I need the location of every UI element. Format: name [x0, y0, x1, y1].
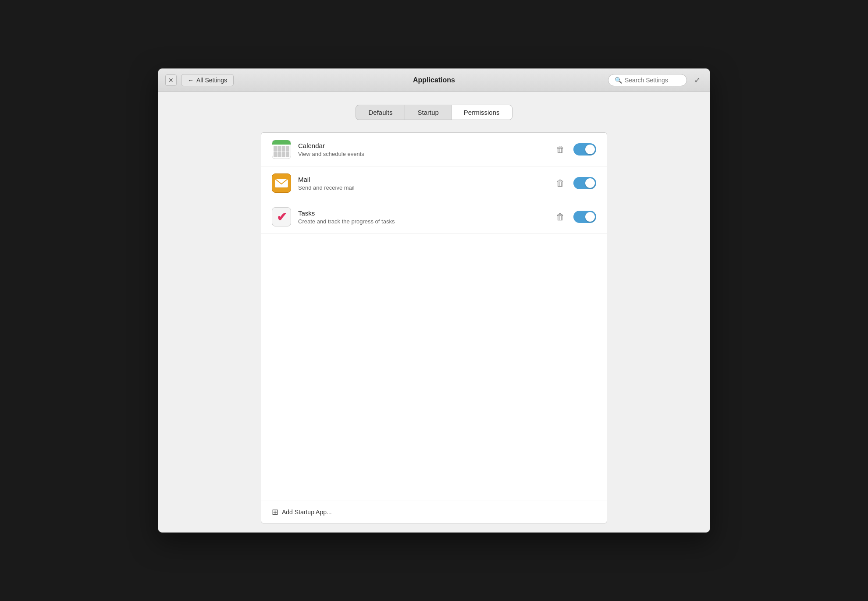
calendar-app-desc: View and schedule events — [298, 151, 549, 157]
tasks-app-name: Tasks — [298, 209, 549, 217]
close-button[interactable]: ✕ — [165, 74, 177, 86]
content-area: Defaults Startup Permissions — [158, 92, 710, 532]
search-input[interactable] — [625, 77, 680, 84]
search-box: 🔍 — [608, 74, 687, 86]
trash-icon: 🗑 — [556, 145, 565, 155]
back-arrow-icon: ← — [188, 77, 194, 84]
add-app-icon: ⊞ — [272, 507, 278, 517]
titlebar: ✕ ← All Settings Applications 🔍 ⤢ — [158, 69, 710, 92]
mail-icon-svg — [275, 179, 288, 187]
list-item: ✔ Tasks Create and track the progress of… — [261, 200, 607, 234]
calendar-app-actions: 🗑 — [556, 143, 596, 156]
mail-app-info: Mail Send and receive mail — [298, 176, 549, 191]
calendar-icon-body — [272, 145, 291, 159]
trash-icon: 🗑 — [556, 178, 565, 188]
cal-cell — [277, 152, 281, 158]
search-icon: 🔍 — [615, 77, 622, 84]
main-window: ✕ ← All Settings Applications 🔍 ⤢ Defaul… — [158, 68, 710, 533]
tasks-delete-button[interactable]: 🗑 — [556, 212, 565, 222]
mail-delete-button[interactable]: 🗑 — [556, 178, 565, 188]
tab-startup[interactable]: Startup — [405, 105, 451, 120]
back-button[interactable]: ← All Settings — [181, 74, 234, 86]
mail-app-desc: Send and receive mail — [298, 184, 549, 191]
calendar-app-icon — [272, 140, 291, 159]
cal-cell — [277, 146, 281, 152]
tasks-toggle[interactable] — [573, 211, 596, 223]
cal-cell — [282, 146, 285, 152]
tasks-app-desc: Create and track the progress of tasks — [298, 218, 549, 225]
mail-toggle[interactable] — [573, 177, 596, 189]
app-panel: Calendar View and schedule events 🗑 — [261, 132, 607, 523]
tasks-app-icon: ✔ — [272, 207, 291, 226]
tab-permissions[interactable]: Permissions — [452, 105, 512, 120]
tab-bar: Defaults Startup Permissions — [356, 105, 512, 120]
cal-cell — [274, 146, 277, 152]
calendar-delete-button[interactable]: 🗑 — [556, 145, 565, 155]
mail-app-name: Mail — [298, 176, 549, 183]
app-list: Calendar View and schedule events 🗑 — [261, 133, 607, 501]
calendar-app-name: Calendar — [298, 142, 549, 149]
tasks-app-info: Tasks Create and track the progress of t… — [298, 209, 549, 225]
close-icon: ✕ — [168, 77, 174, 84]
tasks-app-actions: 🗑 — [556, 211, 596, 223]
calendar-icon-header — [272, 140, 291, 145]
list-item: Calendar View and schedule events 🗑 — [261, 133, 607, 166]
back-button-label: All Settings — [196, 77, 227, 84]
tab-defaults[interactable]: Defaults — [356, 105, 405, 120]
mail-app-icon — [272, 173, 291, 193]
expand-button[interactable]: ⤢ — [691, 74, 703, 86]
list-item: Mail Send and receive mail 🗑 — [261, 166, 607, 200]
cal-cell — [282, 152, 285, 158]
calendar-toggle[interactable] — [573, 143, 596, 156]
titlebar-left: ✕ ← All Settings — [165, 74, 234, 86]
mail-app-actions: 🗑 — [556, 177, 596, 189]
add-startup-app-button[interactable]: ⊞ Add Startup App... — [272, 507, 332, 517]
calendar-app-info: Calendar View and schedule events — [298, 142, 549, 157]
cal-cell — [286, 146, 289, 152]
window-title: Applications — [413, 76, 455, 84]
trash-icon: 🗑 — [556, 212, 565, 222]
expand-icon: ⤢ — [694, 76, 700, 84]
titlebar-right: 🔍 ⤢ — [608, 74, 703, 86]
panel-footer: ⊞ Add Startup App... — [261, 501, 607, 523]
cal-cell — [286, 152, 289, 158]
add-startup-app-label: Add Startup App... — [282, 509, 332, 516]
checkmark-icon: ✔ — [277, 210, 287, 224]
cal-cell — [274, 152, 277, 158]
